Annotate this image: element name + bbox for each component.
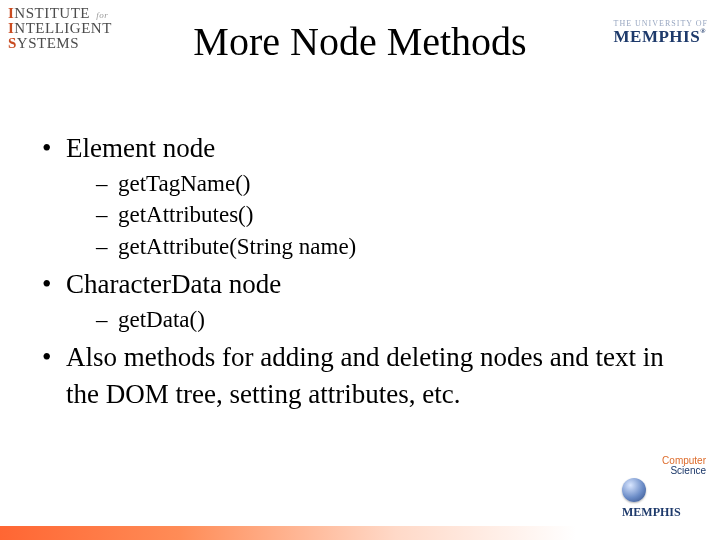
cs-memphis-badge: Computer Science MEMPHIS bbox=[622, 456, 706, 520]
slide-title: More Node Methods bbox=[0, 18, 720, 65]
bullet-text: Element node bbox=[66, 133, 215, 163]
slide: INSTITUTE for INTELLIGENT SYSTEMS THE UN… bbox=[0, 0, 720, 540]
sub-text: getAttributes() bbox=[118, 202, 253, 227]
globe-icon bbox=[622, 478, 646, 502]
bullet-item: Also methods for adding and deleting nod… bbox=[36, 339, 684, 412]
cs-word2: Science bbox=[670, 465, 706, 476]
sub-list: getTagName() getAttributes() getAttribut… bbox=[66, 168, 684, 261]
header: INSTITUTE for INTELLIGENT SYSTEMS THE UN… bbox=[0, 0, 720, 80]
sub-text: getData() bbox=[118, 307, 205, 332]
sub-list: getData() bbox=[66, 304, 684, 335]
bullet-text: Also methods for adding and deleting nod… bbox=[66, 342, 664, 408]
content: Element node getTagName() getAttributes(… bbox=[36, 130, 684, 416]
sub-text: getTagName() bbox=[118, 171, 251, 196]
footer-gradient bbox=[0, 526, 720, 540]
bullet-item: Element node getTagName() getAttributes(… bbox=[36, 130, 684, 262]
sub-text: getAttribute(String name) bbox=[118, 234, 356, 259]
cs-label: Computer Science bbox=[622, 456, 706, 476]
bullet-item: CharacterData node getData() bbox=[36, 266, 684, 335]
sub-item: getData() bbox=[96, 304, 684, 335]
bullet-text: CharacterData node bbox=[66, 269, 281, 299]
sub-item: getTagName() bbox=[96, 168, 684, 199]
sub-item: getAttributes() bbox=[96, 199, 684, 230]
memphis-small: MEMPHIS bbox=[622, 505, 681, 519]
bullet-list: Element node getTagName() getAttributes(… bbox=[36, 130, 684, 412]
sub-item: getAttribute(String name) bbox=[96, 231, 684, 262]
